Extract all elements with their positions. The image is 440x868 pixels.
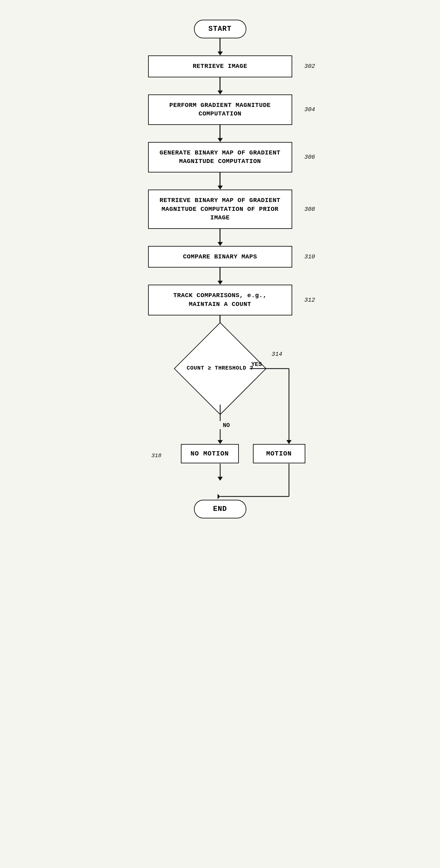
- start-node: START: [194, 20, 246, 38]
- svg-text:NO: NO: [223, 422, 230, 429]
- retrieve-image-node: RETRIEVE IMAGE 302: [148, 55, 292, 78]
- compare-box: COMPARE BINARY MAPS: [148, 246, 292, 268]
- arrow-5: [217, 229, 223, 246]
- step-306-label: 306: [304, 154, 315, 160]
- arrowhead: [217, 242, 223, 246]
- perform-gradient-node: PERFORM GRADIENT MAGNITUDE COMPUTATION 3…: [148, 94, 292, 125]
- arrow-2: [217, 78, 223, 94]
- retrieve-image-box: RETRIEVE IMAGE: [148, 55, 292, 78]
- arrow-6: [217, 268, 223, 285]
- arrow-4: [217, 173, 223, 189]
- motion-node: MOTION: [253, 444, 305, 463]
- retrieve-binary-node: RETRIEVE BINARY MAP OF GRADIENT MAGNITUD…: [148, 189, 292, 229]
- perform-gradient-box: PERFORM GRADIENT MAGNITUDE COMPUTATION: [148, 94, 292, 125]
- line: [219, 78, 221, 91]
- decision-text: COUNT ≥ THRESHOLD ?: [187, 365, 253, 372]
- step-304-label: 304: [304, 106, 315, 113]
- svg-marker-13: [217, 494, 220, 499]
- line: [219, 125, 221, 138]
- compare-node: COMPARE BINARY MAPS 310: [148, 246, 292, 268]
- generate-binary-node: GENERATE BINARY MAP OF GRADIENT MAGNITUD…: [148, 142, 292, 173]
- arrow-3: [217, 125, 223, 142]
- arrow-1: [217, 38, 223, 55]
- line: [219, 173, 221, 186]
- arrowhead: [217, 138, 223, 142]
- track-box: TRACK COMPARISONS, e.g., MAINTAIN A COUN…: [148, 285, 292, 315]
- line: [219, 229, 221, 242]
- decision-node: COUNT ≥ THRESHOLD ? 314: [184, 333, 256, 405]
- svg-marker-3: [217, 440, 223, 444]
- diamond-container: COUNT ≥ THRESHOLD ?: [184, 333, 256, 405]
- line: [219, 268, 221, 281]
- no-motion-node: NO MOTION: [181, 444, 239, 463]
- flowchart: START RETRIEVE IMAGE 302 PERFORM GRADIEN…: [105, 20, 335, 519]
- step-312-label: 312: [304, 297, 315, 303]
- svg-marker-10: [217, 477, 223, 481]
- generate-binary-box: GENERATE BINARY MAP OF GRADIENT MAGNITUD…: [148, 142, 292, 173]
- step-308-label: 308: [304, 206, 315, 213]
- branch-section: NO YES 318 316: [125, 405, 315, 516]
- svg-text:318: 318: [151, 453, 162, 459]
- step-302-label: 302: [304, 63, 315, 69]
- svg-marker-8: [286, 440, 292, 444]
- start-box: START: [194, 20, 246, 38]
- arrowhead: [217, 52, 223, 55]
- arrowhead: [217, 186, 223, 189]
- motion-box: MOTION: [253, 444, 305, 463]
- retrieve-binary-box: RETRIEVE BINARY MAP OF GRADIENT MAGNITUD…: [148, 189, 292, 229]
- no-motion-box: NO MOTION: [181, 444, 239, 463]
- line: [219, 38, 221, 52]
- arrowhead: [217, 281, 223, 285]
- step-310-label: 310: [304, 253, 315, 260]
- step-314-label: 314: [272, 351, 282, 358]
- arrowhead: [217, 91, 223, 94]
- track-node: TRACK COMPARISONS, e.g., MAINTAIN A COUN…: [148, 285, 292, 315]
